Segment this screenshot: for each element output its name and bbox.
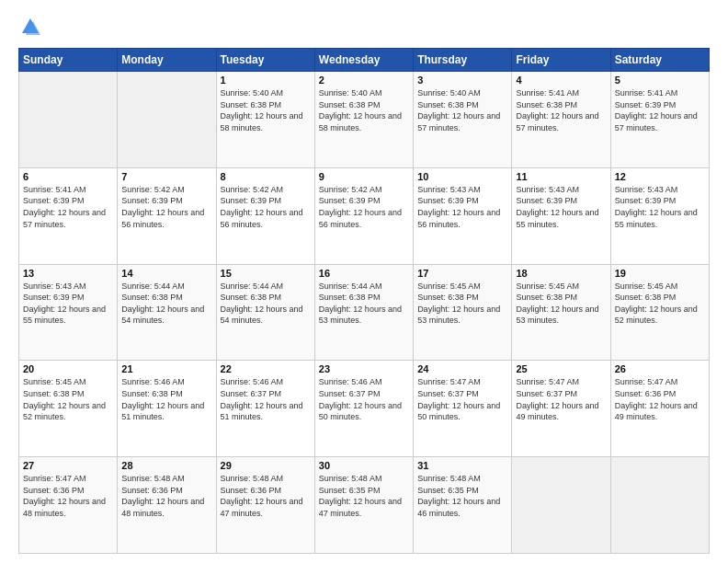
day-number: 4 [516,75,606,86]
calendar-cell: 13Sunrise: 5:43 AMSunset: 6:39 PMDayligh… [19,264,118,361]
cell-content: Sunrise: 5:46 AMSunset: 6:37 PMDaylight:… [319,376,409,422]
cell-content: Sunrise: 5:45 AMSunset: 6:38 PMDaylight:… [23,376,113,422]
calendar-cell: 12Sunrise: 5:43 AMSunset: 6:39 PMDayligh… [610,167,709,264]
calendar-cell: 19Sunrise: 5:45 AMSunset: 6:38 PMDayligh… [610,264,709,361]
cell-content: Sunrise: 5:43 AMSunset: 6:39 PMDaylight:… [615,184,705,230]
calendar-cell [512,457,610,554]
cell-content: Sunrise: 5:40 AMSunset: 6:38 PMDaylight:… [417,87,507,133]
day-number: 2 [319,75,409,86]
cell-content: Sunrise: 5:47 AMSunset: 6:36 PMDaylight:… [23,473,113,519]
calendar-header-row: SundayMondayTuesdayWednesdayThursdayFrid… [19,49,710,72]
cell-content: Sunrise: 5:40 AMSunset: 6:38 PMDaylight:… [221,87,311,133]
day-number: 14 [121,268,211,279]
calendar-cell: 6Sunrise: 5:41 AMSunset: 6:39 PMDaylight… [19,167,118,264]
calendar-cell: 22Sunrise: 5:46 AMSunset: 6:37 PMDayligh… [216,361,314,457]
day-number: 11 [516,171,606,182]
day-header-monday: Monday [118,49,216,72]
day-number: 19 [615,268,705,279]
day-number: 9 [319,171,409,182]
calendar-cell: 1Sunrise: 5:40 AMSunset: 6:38 PMDaylight… [216,72,314,168]
calendar-week-row: 20Sunrise: 5:45 AMSunset: 6:38 PMDayligh… [19,361,710,457]
day-number: 15 [221,268,311,279]
day-number: 6 [23,171,113,182]
calendar-cell: 27Sunrise: 5:47 AMSunset: 6:36 PMDayligh… [19,457,118,554]
logo-icon [20,17,40,37]
calendar-cell: 10Sunrise: 5:43 AMSunset: 6:39 PMDayligh… [414,167,512,264]
calendar-week-row: 6Sunrise: 5:41 AMSunset: 6:39 PMDaylight… [19,167,710,264]
calendar-cell: 17Sunrise: 5:45 AMSunset: 6:38 PMDayligh… [414,264,512,361]
calendar-cell: 18Sunrise: 5:45 AMSunset: 6:38 PMDayligh… [512,264,610,361]
cell-content: Sunrise: 5:43 AMSunset: 6:39 PMDaylight:… [23,281,113,327]
day-number: 22 [221,363,311,374]
day-number: 16 [319,268,409,279]
cell-content: Sunrise: 5:48 AMSunset: 6:35 PMDaylight:… [319,473,409,519]
calendar-week-row: 27Sunrise: 5:47 AMSunset: 6:36 PMDayligh… [19,457,710,554]
day-number: 1 [221,75,311,86]
header [18,17,710,37]
day-header-wednesday: Wednesday [314,49,413,72]
calendar-cell: 28Sunrise: 5:48 AMSunset: 6:36 PMDayligh… [118,457,216,554]
day-number: 26 [615,363,705,374]
logo [18,17,40,37]
cell-content: Sunrise: 5:44 AMSunset: 6:38 PMDaylight:… [319,281,409,327]
day-number: 10 [417,171,507,182]
cell-content: Sunrise: 5:47 AMSunset: 6:37 PMDaylight:… [417,376,507,422]
cell-content: Sunrise: 5:40 AMSunset: 6:38 PMDaylight:… [319,87,409,133]
calendar-cell: 3Sunrise: 5:40 AMSunset: 6:38 PMDaylight… [414,72,512,168]
day-number: 25 [516,363,606,374]
calendar-cell: 25Sunrise: 5:47 AMSunset: 6:37 PMDayligh… [512,361,610,457]
day-number: 17 [417,268,507,279]
day-number: 13 [23,268,113,279]
cell-content: Sunrise: 5:48 AMSunset: 6:36 PMDaylight:… [121,473,211,519]
calendar-cell: 14Sunrise: 5:44 AMSunset: 6:38 PMDayligh… [118,264,216,361]
calendar-week-row: 13Sunrise: 5:43 AMSunset: 6:39 PMDayligh… [19,264,710,361]
day-number: 24 [417,363,507,374]
calendar-cell [118,72,216,168]
calendar-cell: 9Sunrise: 5:42 AMSunset: 6:39 PMDaylight… [314,167,413,264]
cell-content: Sunrise: 5:46 AMSunset: 6:38 PMDaylight:… [121,376,211,422]
calendar-cell: 21Sunrise: 5:46 AMSunset: 6:38 PMDayligh… [118,361,216,457]
cell-content: Sunrise: 5:41 AMSunset: 6:39 PMDaylight:… [23,184,113,230]
cell-content: Sunrise: 5:47 AMSunset: 6:36 PMDaylight:… [615,376,705,422]
cell-content: Sunrise: 5:45 AMSunset: 6:38 PMDaylight:… [417,281,507,327]
day-number: 5 [615,75,705,86]
cell-content: Sunrise: 5:46 AMSunset: 6:37 PMDaylight:… [221,376,311,422]
cell-content: Sunrise: 5:43 AMSunset: 6:39 PMDaylight:… [417,184,507,230]
calendar-cell: 16Sunrise: 5:44 AMSunset: 6:38 PMDayligh… [314,264,413,361]
cell-content: Sunrise: 5:42 AMSunset: 6:39 PMDaylight:… [221,184,311,230]
calendar-cell: 20Sunrise: 5:45 AMSunset: 6:38 PMDayligh… [19,361,118,457]
cell-content: Sunrise: 5:42 AMSunset: 6:39 PMDaylight:… [121,184,211,230]
day-header-tuesday: Tuesday [216,49,314,72]
day-number: 29 [221,460,311,471]
cell-content: Sunrise: 5:44 AMSunset: 6:38 PMDaylight:… [221,281,311,327]
cell-content: Sunrise: 5:41 AMSunset: 6:39 PMDaylight:… [615,87,705,133]
day-number: 23 [319,363,409,374]
calendar-cell [19,72,118,168]
day-number: 8 [221,171,311,182]
calendar-cell [610,457,709,554]
calendar-cell: 2Sunrise: 5:40 AMSunset: 6:38 PMDaylight… [314,72,413,168]
calendar-cell: 8Sunrise: 5:42 AMSunset: 6:39 PMDaylight… [216,167,314,264]
day-header-friday: Friday [512,49,610,72]
cell-content: Sunrise: 5:41 AMSunset: 6:38 PMDaylight:… [516,87,606,133]
calendar-cell: 5Sunrise: 5:41 AMSunset: 6:39 PMDaylight… [610,72,709,168]
cell-content: Sunrise: 5:42 AMSunset: 6:39 PMDaylight:… [319,184,409,230]
page: SundayMondayTuesdayWednesdayThursdayFrid… [0,0,728,563]
day-header-sunday: Sunday [19,49,118,72]
day-number: 28 [121,460,211,471]
calendar-table: SundayMondayTuesdayWednesdayThursdayFrid… [18,48,710,554]
day-number: 3 [417,75,507,86]
cell-content: Sunrise: 5:43 AMSunset: 6:39 PMDaylight:… [516,184,606,230]
day-header-saturday: Saturday [610,49,709,72]
cell-content: Sunrise: 5:47 AMSunset: 6:37 PMDaylight:… [516,376,606,422]
day-number: 18 [516,268,606,279]
cell-content: Sunrise: 5:48 AMSunset: 6:36 PMDaylight:… [221,473,311,519]
calendar-cell: 4Sunrise: 5:41 AMSunset: 6:38 PMDaylight… [512,72,610,168]
calendar-cell: 23Sunrise: 5:46 AMSunset: 6:37 PMDayligh… [314,361,413,457]
calendar-week-row: 1Sunrise: 5:40 AMSunset: 6:38 PMDaylight… [19,72,710,168]
cell-content: Sunrise: 5:45 AMSunset: 6:38 PMDaylight:… [615,281,705,327]
day-number: 20 [23,363,113,374]
calendar-cell: 30Sunrise: 5:48 AMSunset: 6:35 PMDayligh… [314,457,413,554]
calendar-cell: 7Sunrise: 5:42 AMSunset: 6:39 PMDaylight… [118,167,216,264]
cell-content: Sunrise: 5:48 AMSunset: 6:35 PMDaylight:… [417,473,507,519]
